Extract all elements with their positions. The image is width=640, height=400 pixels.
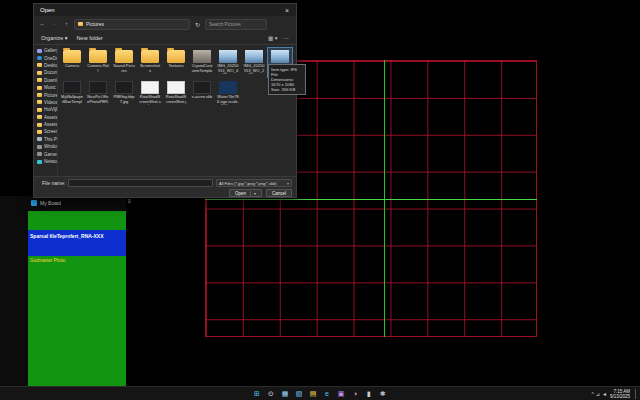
file-thumbnail [63,50,81,63]
file-item[interactable]: RotaShadScreenShot.jpg [163,78,189,109]
cancel-button[interactable]: Cancel [266,189,292,197]
sidebar-item-label: Downloads [44,78,57,83]
sidebar-item[interactable]: Documents [34,69,57,76]
sidebar-item[interactable]: Windows (C:) [34,143,57,150]
file-item[interactable]: PBRfoy.hbp7.jpg [111,78,137,109]
chevron-down-icon: ▾ [287,181,289,186]
sidebar-item-icon [37,49,42,53]
file-type-label: All Files (*.jpg;*.jpeg;*.png;*.skb) [219,181,277,186]
file-name: RotaShadScreenShot.sks [138,95,162,105]
show-desktop-button[interactable] [635,389,637,399]
sidebar-item[interactable]: Desktop [34,62,57,69]
file-item[interactable]: Camera Roll [85,47,111,78]
more-options-icon[interactable]: ⋯ [284,35,290,41]
file-item[interactable]: IMG_20250913_WO_471.jpg [215,47,241,78]
file-name: Camera Roll [86,64,110,74]
file-item[interactable]: MyWallpaperBlueTemple.png [59,78,85,109]
file-item[interactable]: IMG_20250913_WO_265.jpg [241,47,267,78]
widgets-icon[interactable]: ▧ [294,389,304,399]
hidden-icons-chevron[interactable]: ^ [591,391,593,397]
file-explorer-icon[interactable]: ▤ [308,389,318,399]
sidebar-item-icon [37,100,42,104]
sidebar-item[interactable]: Pictures [34,91,57,98]
texture-preview[interactable]: Sparsal fileTeprofert_RNA-XXX Godmaster … [28,211,126,386]
file-name: NicePicOfficePhotoPBR.png [86,95,110,105]
tooltip-line: Size: 266 KB [271,87,303,92]
search-icon[interactable]: ⊙ [266,389,276,399]
file-name-input[interactable] [68,179,213,187]
terminal-icon[interactable]: ▮ [364,389,374,399]
volume-icon[interactable]: ◄ [602,391,607,397]
sidebar-item-icon [37,160,42,164]
sidebar-item[interactable]: This PC [34,136,57,143]
taskbar-icons: ⊞ ⊙ ▦ ▧ ▤ e ▣ ◑ ▮ ✱ [252,389,388,399]
sidebar-item[interactable]: Assets [34,114,57,121]
sidebar-item-label: Pictures [44,93,57,98]
sidebar-item[interactable]: Videos [34,99,57,106]
sidebar-item-label: This PC [44,137,57,142]
sidebar-item[interactable]: Network [34,158,57,165]
view-options-icon[interactable]: ▦ ▾ [268,35,278,41]
sidebar-item-icon [37,123,42,127]
up-icon[interactable]: ↑ [62,21,71,27]
view-controls: ▦ ▾ ⋯ [268,35,289,41]
sidebar-item-label: Documents [44,70,57,75]
sidebar-item[interactable]: Gallery [34,47,57,54]
sidebar-item-icon [37,115,42,119]
task-view-icon[interactable]: ▦ [280,389,290,399]
forward-icon[interactable]: → [50,21,59,27]
file-item[interactable]: Saved Pictures [111,47,137,78]
open-split-caret-icon[interactable]: ▾ [250,191,256,196]
sidebar-item[interactable]: Music [34,84,57,91]
sidebar-item[interactable]: OneDrive [34,54,57,61]
organize-button[interactable]: Organize ▾ [41,35,68,41]
close-icon[interactable]: × [278,4,296,16]
file-name: RotaShadScreenShot.jpg [164,95,188,105]
file-item[interactable]: s.acree.skb [189,78,215,109]
start-button[interactable]: ⊞ [252,389,262,399]
dialog-sidebar: Gallery OneDrive Desktop Documen [34,45,58,176]
back-icon[interactable]: ← [38,21,47,27]
sidebar-item-label: Assets [44,122,57,127]
file-name: CrystalCostumeTemploy.png [190,64,214,74]
open-file-dialog: Open × ← → ↑ Pictures ↻ Organize ▾ New f… [33,3,297,198]
open-button[interactable]: Open ▾ [229,189,262,197]
photos-icon[interactable]: ▣ [336,389,346,399]
sidebar-item[interactable]: HotVijRotaSha [34,106,57,113]
file-item[interactable]: Textures [163,47,189,78]
breadcrumb[interactable]: Pictures [86,21,104,27]
file-item[interactable]: CrystalCostumeTemploy.png [189,47,215,78]
sidebar-item[interactable]: Assets [34,121,57,128]
file-info-tooltip: Item type: IFS File Dimensions: 1670 x 1… [268,64,306,95]
sidebar-item-icon [37,137,42,141]
file-item[interactable]: Camera [59,47,85,78]
network-icon[interactable]: ⊿ [596,391,600,397]
dialog-title: Open [40,7,278,13]
edge-icon[interactable]: e [322,389,332,399]
search-input[interactable] [205,19,267,30]
clock[interactable]: 7:15 AM 9/13/2025 [610,389,630,399]
address-bar[interactable]: Pictures [74,19,190,30]
file-item[interactable]: NicePicOfficePhotoPBR.png [85,78,111,109]
file-item[interactable]: RotaShadScreenShot.sks [137,78,163,109]
settings-icon[interactable]: ✱ [378,389,388,399]
new-folder-button[interactable]: New folder [77,35,103,41]
refresh-icon[interactable]: ↻ [193,21,202,28]
sidebar-item[interactable]: Games (D:) [34,150,57,157]
file-type-dropdown[interactable]: All Files (*.jpg;*.jpeg;*.png;*.skb) ▾ [216,179,292,187]
selected-entry[interactable]: Sparsal fileTeprofert_RNA-XXX [28,230,126,256]
sidebar-item[interactable]: Screenshots [34,128,57,135]
file-thumbnail [89,50,107,63]
sidebar-item[interactable]: Downloads [34,77,57,84]
list-item-label: My Board [40,200,61,206]
file-item[interactable]: WaterTile786.oge.scale-100.png [215,78,241,109]
tray-time: 7:15 AM [610,389,630,394]
file-thumbnail [89,81,107,94]
canvas-origin-label: 0 [128,198,131,204]
system-tray: ^ ⊿ ◄ 7:15 AM 9/13/2025 [591,387,637,400]
paint-icon[interactable]: ◑ [350,389,360,399]
file-thumbnail [167,81,185,94]
file-item[interactable]: Screenshots [137,47,163,78]
file-thumbnail [193,81,211,94]
sidebar-item-label: Games (D:) [44,152,57,157]
